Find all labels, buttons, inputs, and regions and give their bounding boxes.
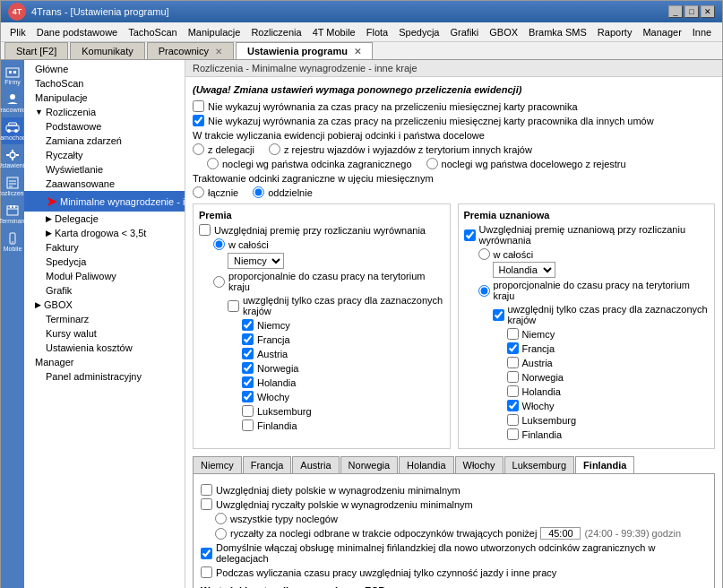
- premia-cb1-input[interactable]: [199, 224, 211, 236]
- svg-rect-12: [16, 154, 19, 156]
- nav-wyswietlanie[interactable]: Wyświetlanie: [24, 162, 185, 177]
- menu-inne[interactable]: Inne: [687, 25, 717, 39]
- tab-francja[interactable]: Francja: [243, 456, 292, 473]
- nav-ryczalty[interactable]: Ryczałty: [24, 148, 185, 162]
- nav-manager[interactable]: Manager: [24, 355, 185, 369]
- radio-oddzielnie-input[interactable]: [253, 186, 264, 198]
- nav-karta[interactable]: ▶ Karta drogowa < 3,5t: [24, 226, 185, 240]
- radio-noclegi-docelowe-input[interactable]: [426, 158, 438, 169]
- sidebar-icon-ustawienia[interactable]: Ustawienia: [2, 145, 23, 172]
- radio-lacznie-input[interactable]: [193, 186, 204, 198]
- content-inner: (Uwaga! Zmiana ustawień wymaga ponownego…: [185, 77, 722, 588]
- tab-ustawienia-close[interactable]: ✕: [354, 47, 361, 56]
- nav-zamiana[interactable]: Zamiana zdarzeń: [24, 134, 185, 148]
- fin-cb2-input[interactable]: [201, 498, 212, 510]
- tab-wlochy[interactable]: Włochy: [455, 456, 504, 473]
- nav-ustawienia-kosztow[interactable]: Ustawienia kosztów: [24, 341, 185, 355]
- premia-uzn-radio-calosci: w całości: [478, 248, 710, 260]
- svg-rect-1: [9, 71, 12, 74]
- premia-uznaniowa-box: Premia uznaniowa Uwzględniaj premię uzna…: [458, 203, 716, 449]
- radio-delegacji-input[interactable]: [193, 143, 204, 155]
- premia-country-select[interactable]: Niemcy: [228, 253, 284, 269]
- premia-radio-proporcjonalnie: proporcjonalnie do czasu pracy na teryto…: [213, 271, 444, 292]
- nav-rozliczenia[interactable]: ▼ Rozliczenia: [24, 105, 185, 119]
- fin-cb4-input[interactable]: [201, 548, 212, 559]
- cb2-input[interactable]: [193, 115, 204, 126]
- sidebar-icon-samochody[interactable]: Samochody: [2, 117, 23, 144]
- radio-wcalosci-premia-input[interactable]: [213, 238, 225, 250]
- menu-grafiki[interactable]: Grafiki: [444, 25, 484, 39]
- nav-panel[interactable]: Panel administracyjny: [24, 369, 185, 384]
- fin-time-input[interactable]: [540, 527, 581, 540]
- nav-terminarz[interactable]: Terminarz: [24, 312, 185, 326]
- menu-flota[interactable]: Flota: [361, 25, 393, 39]
- fin-cb2: Uwzględniaj ryczałty polskie w wynagrodz…: [201, 498, 707, 510]
- nav-grafik[interactable]: Grafik: [24, 283, 185, 298]
- tab-holandia[interactable]: Holandia: [399, 456, 453, 473]
- radio-proporcjonalnie-premia-input[interactable]: [213, 276, 225, 288]
- menu-raporty[interactable]: Raporty: [592, 25, 638, 39]
- tab-austria[interactable]: Austria: [292, 456, 339, 473]
- tab-ustawienia[interactable]: Ustawienia programu ✕: [236, 42, 373, 59]
- minimize-button[interactable]: _: [668, 5, 683, 18]
- tab-finlandia[interactable]: Finlandia: [575, 456, 634, 473]
- premia-uzn-country-select[interactable]: Holandia: [493, 262, 555, 278]
- nav-tachoscan[interactable]: TachoScan: [24, 76, 185, 91]
- menu-gbox[interactable]: GBOX: [484, 25, 523, 39]
- radio-rejestr-input[interactable]: [269, 143, 280, 155]
- tab-komunikaty[interactable]: Komunikaty: [70, 42, 144, 59]
- fin-cb2-label: Uwzględniaj ryczałty polskie w wynagrodz…: [216, 499, 473, 510]
- menu-manager[interactable]: Manager: [637, 25, 686, 39]
- fin-cb1-input[interactable]: [201, 484, 212, 496]
- nav-delegacje[interactable]: ▶ Delegacje: [24, 212, 185, 226]
- nav-modul[interactable]: Moduł Paliwowy: [24, 269, 185, 283]
- menu-pomoc[interactable]: Pomoc: [717, 25, 723, 39]
- maximize-button[interactable]: □: [684, 5, 699, 18]
- svg-rect-19: [10, 205, 12, 208]
- cb1-input[interactable]: [193, 100, 204, 112]
- sidebar-icon-rozliczenia[interactable]: Rozliczenia: [2, 173, 23, 200]
- nav-manipulacje[interactable]: Manipulacje: [24, 91, 185, 105]
- menu-4tmobile[interactable]: 4T Mobile: [307, 25, 361, 39]
- nav-spedycja[interactable]: Spedycja: [24, 255, 185, 269]
- nav-faktury[interactable]: Faktury: [24, 240, 185, 255]
- fin-radio-wszystkie[interactable]: [215, 513, 227, 524]
- menu-dane[interactable]: Dane podstawowe: [31, 25, 124, 39]
- radio-wcalosci-uznaniowa-input[interactable]: [478, 248, 490, 260]
- premia-uzn-tylko-input[interactable]: [493, 309, 504, 321]
- sidebar-icon-terminarz[interactable]: Terminarc: [2, 201, 23, 228]
- nav-gbox[interactable]: ▶ GBOX: [24, 298, 185, 312]
- tab-luksemburg[interactable]: Luksemburg: [504, 456, 575, 473]
- nav-glowne[interactable]: Główne: [24, 62, 185, 76]
- menu-bramka[interactable]: Bramka SMS: [523, 25, 592, 39]
- nav-zaawansowane[interactable]: Zaawansowane: [24, 177, 185, 191]
- tab-pracownicy[interactable]: Pracownicy ✕: [147, 42, 234, 59]
- menu-manipulacje[interactable]: Manipulacje: [183, 25, 246, 39]
- nav-minimalne[interactable]: ➤ Minimalne wynagrodzenie - inne kraje: [24, 191, 185, 212]
- tab-pracownicy-close[interactable]: ✕: [215, 47, 222, 56]
- fin-radio-ryczalty[interactable]: [215, 528, 227, 540]
- fin-cb1-label: Uwzględniaj diety polskie w wynagrodzeni…: [216, 485, 460, 496]
- sidebar-icon-firmy[interactable]: Firmy: [2, 62, 23, 89]
- premia-uznaniowa-title: Premia uznaniowa: [464, 210, 710, 220]
- tab-norwegia[interactable]: Norwegia: [340, 456, 398, 473]
- premia-uzn-cb1-input[interactable]: [464, 229, 476, 241]
- radio-noclegi-odcinka-input[interactable]: [207, 158, 219, 169]
- menu-rozliczenia[interactable]: Rozliczenia: [245, 25, 306, 39]
- menu-plik[interactable]: Plik: [4, 25, 31, 39]
- menu-spedycja[interactable]: Spedycja: [393, 25, 444, 39]
- nav-kursy[interactable]: Kursy walut: [24, 326, 185, 341]
- content-area: Rozliczenia - Minimalne wynagrodzenie - …: [185, 60, 722, 588]
- close-button[interactable]: ✕: [701, 5, 715, 18]
- tab-niemcy[interactable]: Niemcy: [193, 456, 242, 473]
- svg-point-6: [7, 129, 11, 133]
- sidebar-icon-pracownicy[interactable]: Pracownicy: [2, 90, 23, 117]
- nav-podstawowe[interactable]: Podstawowe: [24, 119, 185, 134]
- sidebar-icon-mobile[interactable]: Mobile: [2, 229, 23, 255]
- radio-proporcjonalnie-uznaniowa-input[interactable]: [478, 285, 490, 297]
- menu-tachoscan[interactable]: TachoScan: [123, 25, 182, 39]
- fin-cb5-input[interactable]: [201, 566, 212, 578]
- premia-tylko-input[interactable]: [228, 300, 239, 312]
- traktowanie-section: Traktowanie odcinki zagraniczne w ujęciu…: [193, 173, 715, 198]
- tab-start[interactable]: Start [F2]: [4, 42, 68, 59]
